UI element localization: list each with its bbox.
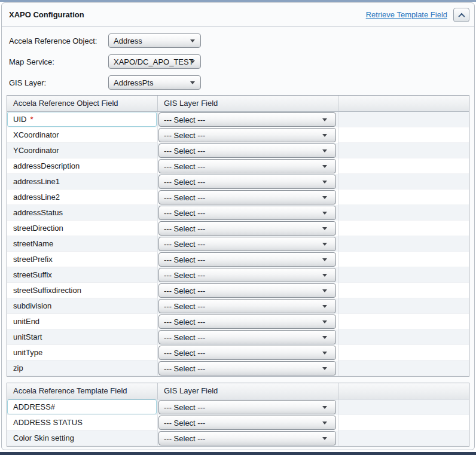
table-header-row: Accela Reference Template Field GIS Laye… [7,383,469,399]
gis-layer-field-select[interactable]: --- Select --- [158,143,336,158]
field-cell: addressLine2 [7,190,157,204]
field-cell: streetSuffixdirection [7,283,157,298]
chevron-down-icon [322,336,327,339]
gis-layer-field-cell: --- Select --- [158,112,338,127]
field-cell: YCoordinator [7,143,157,158]
table-row: addressStatus--- Select --- [7,205,469,221]
gis-layer-field-select[interactable]: --- Select --- [158,175,336,189]
select-value: --- Select --- [164,419,205,427]
gis-layer-field-select[interactable]: --- Select --- [158,283,336,298]
gis-layer-field-select[interactable]: --- Select --- [158,416,336,430]
column-header-gis-layer-field: GIS Layer Field [158,96,338,111]
select-value: Address [114,36,142,45]
field-name-cell: addressLine2 [7,190,158,205]
accela-reference-object-select[interactable]: Address [108,33,201,48]
gis-layer-field-select[interactable]: --- Select --- [158,400,336,414]
field-name-cell: streetDirection [7,221,158,236]
table-row: streetSuffixdirection--- Select --- [7,283,469,298]
table-row: ADDRESS#--- Select --- [7,399,469,415]
page-title: XAPO Configuration [9,10,84,19]
empty-cell [338,221,469,236]
collapse-button[interactable] [453,8,469,22]
table-row: subdivision--- Select --- [7,298,469,314]
gis-layer-field-cell: --- Select --- [158,430,338,446]
gis-layer-field-cell: --- Select --- [158,158,338,174]
field-name-cell: subdivision [7,298,158,314]
select-value: --- Select --- [164,146,205,155]
gis-layer-field-cell: --- Select --- [158,345,338,361]
chevron-down-icon [190,60,195,63]
field-name: addressDescription [13,161,80,170]
empty-cell [338,283,469,298]
field-name-cell: streetSuffix [7,267,158,283]
field-cell: streetPrefix [7,252,157,267]
select-value: --- Select --- [164,255,205,264]
gis-layer-select[interactable]: AddressPts [108,75,201,90]
gis-layer-field-select[interactable]: --- Select --- [158,221,336,236]
xapo-configuration-panel: XAPO Configuration Retrieve Template Fie… [1,2,475,450]
focused-field-cell: ADDRESS# [7,399,157,414]
map-service-label: Map Service: [9,57,108,66]
select-value: --- Select --- [164,349,205,358]
gis-layer-field-select[interactable]: --- Select --- [158,314,336,329]
chevron-down-icon [322,422,327,425]
chevron-down-icon [322,165,327,168]
field-cell: subdivision [7,298,157,313]
gis-layer-field-select[interactable]: --- Select --- [158,190,336,204]
select-value: AddressPts [114,78,153,87]
chevron-down-icon [322,305,327,308]
required-marker: * [30,115,33,124]
gis-layer-field-select[interactable]: --- Select --- [158,237,336,251]
gis-layer-field-select[interactable]: --- Select --- [158,361,336,375]
gis-layer-field-cell: --- Select --- [158,205,338,221]
table-row: YCoordinator--- Select --- [7,143,469,158]
field-name: unitStart [13,332,42,341]
gis-layer-field-select[interactable]: --- Select --- [158,299,336,313]
field-cell: unitStart [7,329,157,344]
page: { "header": { "title": "XAPO Configurati… [0,0,476,455]
select-value: --- Select --- [164,333,205,342]
gis-layer-field-select[interactable]: --- Select --- [158,330,336,344]
field-cell: ADDRESS STATUS [7,415,157,430]
gis-layer-field-select[interactable]: --- Select --- [158,112,336,127]
gis-layer-field-select[interactable]: --- Select --- [158,346,336,360]
gis-layer-field-select[interactable]: --- Select --- [158,252,336,267]
empty-cell [338,298,469,314]
form-row-gis-layer: GIS Layer: AddressPts [9,75,474,90]
field-name-cell: ADDRESS STATUS [7,415,158,430]
field-name-cell: unitStart [7,329,158,345]
gis-layer-field-select[interactable]: --- Select --- [158,206,336,220]
select-value: --- Select --- [164,162,205,171]
field-name: unitType [13,348,42,357]
field-cell: XCoordinator [7,127,157,142]
top-edge-strip [0,0,476,2]
form-row-accela-reference-object: Accela Reference Object: Address [9,33,474,48]
empty-cell [338,399,469,415]
gis-layer-field-select[interactable]: --- Select --- [158,268,336,282]
select-value: --- Select --- [164,286,205,295]
chevron-down-icon [190,81,195,84]
gis-layer-field-cell: --- Select --- [158,190,338,205]
field-cell: unitType [7,345,157,360]
gis-layer-field-select[interactable]: --- Select --- [158,128,336,142]
chevron-down-icon [322,212,327,215]
table-row: addressDescription--- Select --- [7,158,469,174]
field-name: addressLine1 [13,177,60,186]
field-cell: streetDirection [7,221,157,236]
select-value: XAPO/DC_APO_TEST [114,57,194,66]
empty-cell [338,415,469,430]
field-name: YCoordinator [13,146,59,155]
gis-layer-field-select[interactable]: --- Select --- [158,431,336,445]
field-name: unitEnd [13,317,39,326]
field-name-cell: streetName [7,236,158,252]
field-name-cell: streetSuffixdirection [7,283,158,298]
accela-reference-object-label: Accela Reference Object: [9,36,108,45]
gis-layer-field-cell: --- Select --- [158,298,338,314]
gis-layer-field-select[interactable]: --- Select --- [158,159,336,173]
template-field-mapping-table: Accela Reference Template Field GIS Laye… [7,383,469,447]
map-service-select[interactable]: XAPO/DC_APO_TEST [108,54,201,69]
field-name: addressStatus [13,208,63,217]
column-header-empty [338,96,469,111]
panel-header: XAPO Configuration Retrieve Template Fie… [2,3,474,27]
retrieve-template-field-link[interactable]: Retrieve Template Field [366,10,447,19]
